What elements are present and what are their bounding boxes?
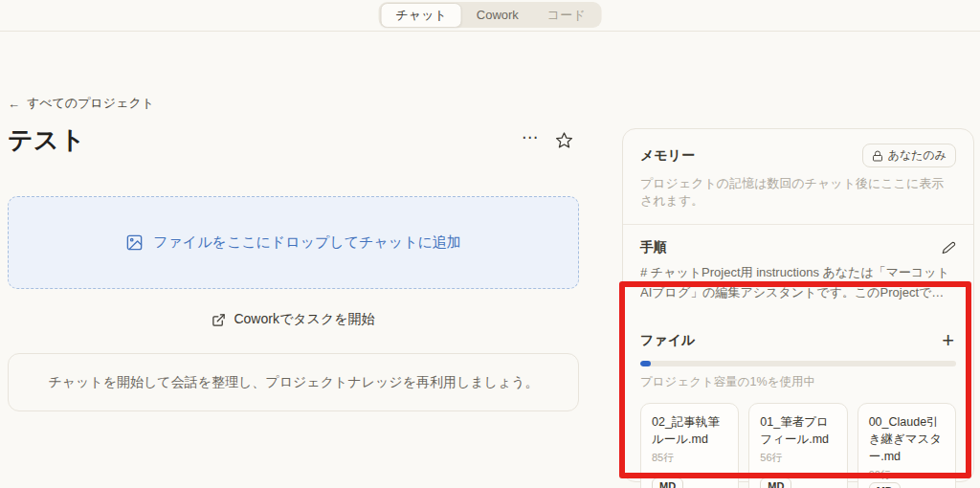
instructions-preview[interactable]: # チャットProject用 instructions あなたは「マーコットAI… <box>640 263 956 303</box>
back-arrow-icon: ← <box>8 97 20 111</box>
files-title: ファイル <box>640 332 695 349</box>
more-options-icon[interactable]: ⋯ <box>522 129 539 151</box>
project-title: テスト <box>8 123 85 157</box>
top-bar: チャット Cowork コード <box>0 0 980 32</box>
tab-code[interactable]: コード <box>533 3 600 28</box>
files-usage-fill <box>640 361 651 366</box>
file-line-count: 90行 <box>869 468 945 482</box>
view-switcher: チャット Cowork コード <box>379 2 602 28</box>
visibility-badge[interactable]: あなたのみ <box>862 144 956 167</box>
empty-state-message: チャットを開始して会話を整理し、プロジェクトナレッジを再利用しましょう。 <box>48 374 538 391</box>
add-file-plus-icon[interactable]: + <box>940 330 956 351</box>
instructions-section: 手順 # チャットProject用 instructions あなたは「マーコッ… <box>623 225 973 318</box>
file-type-badge: MD <box>869 482 901 488</box>
image-icon <box>125 233 144 252</box>
file-name: 00_Claude引き継ぎマスター.md <box>869 413 945 465</box>
tab-chat[interactable]: チャット <box>381 3 462 28</box>
edit-pencil-icon[interactable] <box>942 241 956 255</box>
file-type-badge: MD <box>652 477 683 488</box>
instructions-title: 手順 <box>640 239 667 256</box>
memory-title: メモリー <box>640 147 695 165</box>
project-actions: ⋯ <box>522 129 579 151</box>
visibility-badge-label: あなたのみ <box>888 147 947 164</box>
breadcrumb-all-projects[interactable]: ← すべてのプロジェクト <box>8 95 154 112</box>
project-page: チャット Cowork コード ← すべてのプロジェクト テスト ⋯ <box>0 0 980 488</box>
cowork-button-label: Coworkでタスクを開始 <box>234 311 374 328</box>
file-card[interactable]: 02_記事執筆ルール.md 85行 MD <box>640 403 739 488</box>
project-header: テスト ⋯ <box>8 123 579 157</box>
memory-section: メモリー あなたのみ プロジェクトの記憶は数回のチャット後にここに表示されます。 <box>623 129 973 224</box>
file-line-count: 56行 <box>760 451 835 465</box>
file-type-badge: MD <box>760 477 791 488</box>
file-name: 02_記事執筆ルール.md <box>652 413 727 448</box>
dropzone-label: ファイルをここにドロップしてチャットに追加 <box>153 233 461 252</box>
empty-state-card: チャットを開始して会話を整理し、プロジェクトナレッジを再利用しましょう。 <box>8 353 579 411</box>
star-icon[interactable] <box>555 131 573 149</box>
start-cowork-task-button[interactable]: Coworkでタスクを開始 <box>8 311 579 328</box>
file-card-list: 02_記事執筆ルール.md 85行 MD 01_筆者プロフィール.md 56行 … <box>640 403 956 488</box>
breadcrumb-label: すべてのプロジェクト <box>27 95 154 112</box>
file-dropzone[interactable]: ファイルをここにドロップしてチャットに追加 <box>8 196 579 289</box>
file-card[interactable]: 00_Claude引き継ぎマスター.md 90行 MD <box>858 403 956 488</box>
project-knowledge-panel: メモリー あなたのみ プロジェクトの記憶は数回のチャット後にここに表示されます。… <box>622 128 974 482</box>
memory-description: プロジェクトの記憶は数回のチャット後にここに表示されます。 <box>640 175 956 210</box>
lock-icon <box>872 150 883 162</box>
files-section: ファイル + プロジェクト容量の1%を使用中 02_記事執筆ルール.md 85行… <box>623 318 973 488</box>
capacity-progress-bar <box>640 361 956 366</box>
file-name: 01_筆者プロフィール.md <box>760 413 835 448</box>
capacity-usage-label: プロジェクト容量の1%を使用中 <box>640 374 956 390</box>
file-line-count: 85行 <box>652 451 727 465</box>
external-link-icon <box>212 313 226 327</box>
tab-cowork[interactable]: Cowork <box>462 4 533 26</box>
file-card[interactable]: 01_筆者プロフィール.md 56行 MD <box>748 403 847 488</box>
